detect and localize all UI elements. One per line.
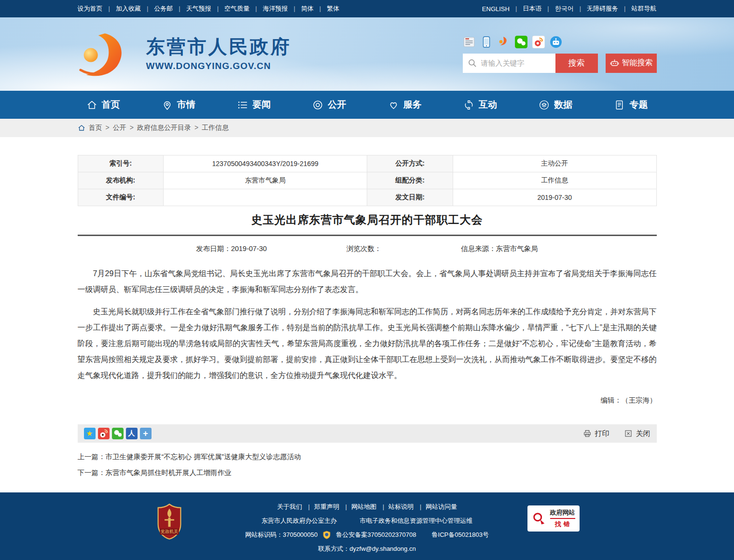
topbar-link-accessibility[interactable]: 无障碍服务 xyxy=(574,4,618,13)
nav-item-city-info[interactable]: 市情 xyxy=(162,98,195,111)
breadcrumb-item-catalog[interactable]: 政府信息公开目录 xyxy=(137,124,198,132)
smart-search-button[interactable]: 智能搜索 xyxy=(606,54,657,73)
print-label: 打印 xyxy=(595,429,609,438)
nav-item-topics[interactable]: 专题 xyxy=(614,98,648,111)
nav-item-home[interactable]: 首页 xyxy=(86,98,120,111)
site-url: WWW.DONGYING.GOV.CN xyxy=(146,61,291,71)
topbar-link-traditional[interactable]: 繁体 xyxy=(314,4,339,13)
next-article-link[interactable]: 下一篇：东营市气象局抓住时机开展人工增雨作业 xyxy=(78,465,657,481)
topbar-left-links: 设为首页 加入收藏 公务邮 天气预报 空气质量 海洋预报 简体 繁体 xyxy=(78,4,340,13)
nav-label: 专题 xyxy=(629,98,648,111)
nav-item-data[interactable]: 数据 xyxy=(539,98,572,111)
emblem-label: 党政机关 xyxy=(161,529,178,534)
info-value-index: 12370500493400343Y/2019-21699 xyxy=(164,155,367,172)
icp-record[interactable]: 鲁ICP备05021803号 xyxy=(432,528,489,542)
topbar-link-site-nav[interactable]: 站群导航 xyxy=(618,4,656,13)
topbar-link-simplified[interactable]: 简体 xyxy=(288,4,313,13)
close-label: 关闭 xyxy=(636,429,651,438)
nav-item-news[interactable]: 要闻 xyxy=(237,98,271,111)
wechat-share-icon[interactable] xyxy=(112,428,124,439)
info-label-doc-number: 文件编号: xyxy=(78,189,164,206)
nav-label: 要闻 xyxy=(252,98,271,111)
topbar-link-favorite[interactable]: 加入收藏 xyxy=(103,4,141,13)
info-label-issue-date: 发文日期: xyxy=(367,189,453,206)
find-error-line2: 找错 xyxy=(555,520,572,529)
nav-label: 市情 xyxy=(177,98,195,111)
topbar-link-weather[interactable]: 天气预报 xyxy=(173,4,211,13)
police-record[interactable]: 鲁公安备案37050202370708 xyxy=(336,528,416,542)
info-value-open-mode: 主动公开 xyxy=(453,155,656,172)
site-header: 东营市人民政府 WWW.DONGYING.GOV.CN xyxy=(0,17,734,91)
footer-organizer: 东营市人民政府办公室主办 xyxy=(262,517,337,524)
share-icons: ★ 人 + xyxy=(84,428,152,439)
weibo-share-icon[interactable] xyxy=(98,428,110,439)
table-row: 发布机构: 东营市气象局 组配分类: 工作信息 xyxy=(78,172,656,189)
breadcrumb-home-icon[interactable] xyxy=(78,124,85,132)
footer-maintainer: 市电子政务和信息资源管理中心管理运维 xyxy=(360,517,472,524)
nav-item-services[interactable]: 服务 xyxy=(388,98,422,111)
page-title: 史玉光出席东营市气象局召开的干部职工大会 xyxy=(78,212,657,227)
nav-label: 互动 xyxy=(479,98,497,111)
find-error-badge[interactable]: 政府网站 找错 xyxy=(527,505,580,532)
site-title: 东营市人民政府 xyxy=(146,37,291,57)
list-icon xyxy=(237,99,248,111)
view-count: 浏览次数： xyxy=(346,244,382,253)
info-table: 索引号: 12370500493400343Y/2019-21699 公开方式:… xyxy=(78,155,657,206)
renren-share-icon[interactable]: 人 xyxy=(126,428,138,439)
breadcrumb-item-disclosure[interactable]: 公开 xyxy=(113,124,134,132)
footer-link-sitemap[interactable]: 网站地图 xyxy=(341,503,376,510)
wechat-icon[interactable] xyxy=(515,36,527,48)
topbar-link-gov-mail[interactable]: 公务邮 xyxy=(141,4,173,13)
prev-article-link[interactable]: 上一篇：市卫生健康委开展“不忘初心 拥军优属”送健康大型义诊志愿活动 xyxy=(78,449,657,465)
breadcrumb-item-current: 工作信息 xyxy=(202,124,229,132)
print-button[interactable]: 打印 xyxy=(583,429,609,438)
footer-link-visits[interactable]: 网站访问量 xyxy=(415,503,457,510)
info-value-issuer: 东营市气象局 xyxy=(164,172,367,189)
nav-label: 数据 xyxy=(554,98,572,111)
mobile-version-icon[interactable] xyxy=(480,36,493,48)
share-more-icon[interactable]: + xyxy=(140,428,152,439)
info-label-index: 索引号: xyxy=(78,155,164,172)
party-gov-emblem[interactable]: 党政机关 xyxy=(156,503,182,541)
topbar-link-korean[interactable]: 한국어 xyxy=(541,4,573,13)
top-bar: 设为首页 加入收藏 公务邮 天气预报 空气质量 海洋预报 简体 繁体 ENGLI… xyxy=(0,0,734,17)
qzone-share-icon[interactable]: ★ xyxy=(84,428,96,439)
find-error-divider xyxy=(550,518,575,519)
footer-contact: 联系方式：dyzfw@dy.shandong.cn xyxy=(78,542,657,556)
breadcrumb-bar: 首页 公开 政府信息公开目录 工作信息 xyxy=(0,119,734,137)
footer-link-statement[interactable]: 郑重声明 xyxy=(304,503,339,510)
main-nav: 首页 市情 要闻 公开 服务 互动 数据 专题 xyxy=(0,91,734,119)
table-row: 索引号: 12370500493400343Y/2019-21699 公开方式:… xyxy=(78,155,656,172)
topbar-link-japanese[interactable]: 日本语 xyxy=(510,4,541,13)
home-icon xyxy=(86,99,97,111)
heart-icon xyxy=(388,99,399,111)
article-paragraph: 7月29日下午，山东省气象局党组书记、局长史玉光出席了东营市气象局召开的干部职工… xyxy=(78,266,657,297)
editor-credit: 编辑：（王宗海） xyxy=(78,396,657,405)
nav-item-disclosure[interactable]: 公开 xyxy=(312,98,346,111)
footer-link-about[interactable]: 关于我们 xyxy=(277,503,302,510)
weibo-icon[interactable] xyxy=(532,36,545,48)
find-error-line1: 政府网站 xyxy=(550,508,575,517)
breadcrumb-item-home[interactable]: 首页 xyxy=(89,124,110,132)
topbar-link-marine-forecast[interactable]: 海洋预报 xyxy=(249,4,288,13)
nav-label: 首页 xyxy=(102,98,120,111)
topbar-link-air-quality[interactable]: 空气质量 xyxy=(211,4,249,13)
eye-icon xyxy=(312,99,323,111)
find-error-magnifier-icon xyxy=(532,511,546,526)
robot-icon xyxy=(609,58,620,68)
robot-app-icon[interactable] xyxy=(550,36,562,48)
topbar-right-links: ENGLISH 日本语 한국어 无障碍服务 站群导航 xyxy=(482,4,657,13)
gov-client-icon[interactable] xyxy=(463,36,475,48)
close-button[interactable]: 关闭 xyxy=(624,429,651,438)
nav-label: 服务 xyxy=(403,98,422,111)
police-badge-icon xyxy=(322,531,331,539)
nav-item-interaction[interactable]: 互动 xyxy=(463,98,497,111)
topbar-link-set-home[interactable]: 设为首页 xyxy=(78,4,103,13)
smart-search-label: 智能搜索 xyxy=(622,58,653,68)
dongying-app-icon[interactable] xyxy=(498,36,510,48)
search-button[interactable]: 搜索 xyxy=(555,54,598,73)
logo-swoosh-icon xyxy=(78,30,138,78)
site-logo[interactable]: 东营市人民政府 WWW.DONGYING.GOV.CN xyxy=(78,30,291,78)
footer-link-logo-info[interactable]: 站标说明 xyxy=(378,503,414,510)
topbar-link-english[interactable]: ENGLISH xyxy=(482,5,510,13)
